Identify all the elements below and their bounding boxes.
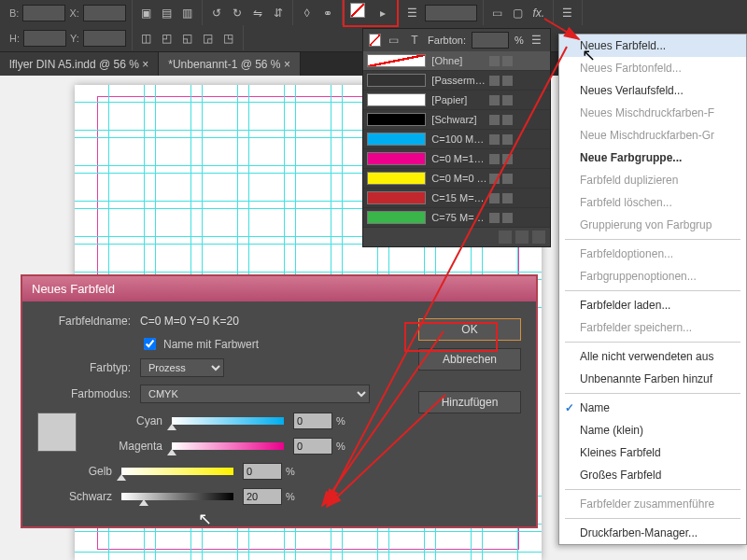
swatch-row[interactable]: [Papier] xyxy=(363,91,550,110)
swatch-color-icon xyxy=(367,74,426,87)
slider-knob[interactable] xyxy=(117,474,126,481)
menu-item[interactable]: Neue Farbgruppe... xyxy=(559,147,746,169)
swatch-name: C=75 M=5 Y=100 K=0 xyxy=(431,212,488,223)
slider-track[interactable] xyxy=(172,414,284,427)
close-icon[interactable]: × xyxy=(142,58,148,71)
menu-item[interactable]: Unbenannte Farben hinzuf xyxy=(559,368,746,390)
cant-edit-icon xyxy=(489,115,500,125)
tint-input[interactable] xyxy=(472,32,509,49)
swatch-row[interactable]: [Passermarken] xyxy=(363,71,550,91)
menu-item[interactable]: Großes Farbfeld xyxy=(559,464,746,486)
swatch-color-icon xyxy=(367,54,426,67)
menu-item[interactable]: Farbfelder laden... xyxy=(559,294,746,316)
delete-swatch-icon[interactable] xyxy=(532,231,545,244)
new-swatch-icon[interactable] xyxy=(515,231,529,244)
corner3-icon[interactable]: ◱ xyxy=(179,30,196,47)
document-tab[interactable]: lflyer DIN A5.indd @ 56 % × xyxy=(0,52,159,77)
swatch-row[interactable]: C=100 M=0 Y=0 K=0 xyxy=(363,130,550,149)
flip-v-icon[interactable]: ⇵ xyxy=(270,5,287,21)
menu-item[interactable]: Kleines Farbfeld xyxy=(559,441,746,464)
slider-track[interactable] xyxy=(121,490,233,503)
document-tab[interactable]: *Unbenannt-1 @ 56 % × xyxy=(159,52,301,77)
type-icon xyxy=(502,56,513,66)
swatch-row[interactable]: C=0 M=0 Y=100 K=0 xyxy=(363,169,550,189)
align-center-icon[interactable]: ▤ xyxy=(159,5,176,21)
swatches-flyout-menu: Neues Farbfeld...Neues Farbtonfeld...Neu… xyxy=(558,34,747,545)
ok-highlight xyxy=(404,322,498,352)
swatch-row[interactable]: C=0 M=100 Y=0 K=0 xyxy=(363,149,550,169)
type-icon xyxy=(502,154,513,164)
slider-knob[interactable] xyxy=(167,424,176,430)
slider-value-input[interactable] xyxy=(293,413,332,429)
swatch-row[interactable]: [Schwarz] xyxy=(363,110,550,130)
type-icon xyxy=(502,193,513,203)
distribute-icon[interactable]: ▥ xyxy=(179,5,196,21)
slider-value-input[interactable] xyxy=(293,438,332,455)
stroke-weight-input[interactable]: 0 Pt xyxy=(425,5,477,21)
menu-item[interactable]: Neues Farbfeld... xyxy=(559,35,746,57)
swatch-name: [Schwarz] xyxy=(431,114,488,125)
menu-icon[interactable]: ☰ xyxy=(559,5,576,21)
flip-h-icon[interactable]: ⇋ xyxy=(249,5,266,21)
fill-swatch-icon[interactable] xyxy=(369,34,381,47)
corner4-icon[interactable]: ◲ xyxy=(200,30,217,47)
panel-menu-icon[interactable]: ☰ xyxy=(529,32,544,49)
menu-item[interactable]: Alle nicht verwendeten aus xyxy=(559,345,746,368)
height-input[interactable] xyxy=(23,30,66,47)
type-icon xyxy=(502,115,513,125)
frame2-icon[interactable]: ▢ xyxy=(510,5,527,21)
type-icon xyxy=(502,174,513,184)
stroke-fill-swatch[interactable] xyxy=(350,3,371,23)
corner5-icon[interactable]: ◳ xyxy=(220,30,237,47)
type-icon xyxy=(502,76,513,86)
slider-knob[interactable] xyxy=(167,449,176,455)
menu-item[interactable]: Neues Verlaufsfeld... xyxy=(559,79,746,102)
name-with-value-checkbox[interactable] xyxy=(144,338,156,350)
menu-item[interactable]: Name (klein) xyxy=(559,419,746,441)
color-mode-select[interactable]: CMYK xyxy=(140,385,370,403)
swatch-menu-arrow-icon[interactable]: ▸ xyxy=(374,5,391,21)
color-type-select[interactable]: Prozess xyxy=(140,358,224,377)
swatch-name-label: Farbfeldname: xyxy=(37,315,140,328)
corner-icon[interactable]: ◫ xyxy=(138,30,155,47)
slider-value-input[interactable] xyxy=(243,463,282,480)
x-input[interactable] xyxy=(83,5,126,21)
y-input[interactable] xyxy=(83,30,126,47)
swatch-name: C=0 M=100 Y=0 K=0 xyxy=(431,153,488,164)
swatch-row[interactable]: C=75 M=5 Y=100 K=0 xyxy=(363,208,550,228)
menu-item: Neues Mischdruckfarben-F xyxy=(559,102,746,124)
corner2-icon[interactable]: ◰ xyxy=(159,30,176,47)
swatch-name: C=100 M=0 Y=0 K=0 xyxy=(431,133,488,145)
rotate-right-icon[interactable]: ↻ xyxy=(229,5,246,21)
swatch-name-value: C=0 M=0 Y=0 K=20 xyxy=(140,315,239,328)
menu-item[interactable]: Druckfarben-Manager... xyxy=(559,522,746,544)
menu-item[interactable]: Name xyxy=(559,397,746,419)
menu-item: Farbfeldoptionen... xyxy=(559,243,746,265)
swatch-row[interactable]: C=15 M=100 Y=100 K=0 xyxy=(363,189,550,208)
slider-track[interactable] xyxy=(121,465,233,478)
align-left-icon[interactable]: ▣ xyxy=(138,5,155,21)
type-icon xyxy=(502,95,513,105)
close-icon[interactable]: × xyxy=(284,58,290,71)
formatting-container-icon[interactable]: ▭ xyxy=(387,32,402,49)
slider-track[interactable] xyxy=(172,440,284,453)
misc-icon[interactable]: ◊ xyxy=(299,5,316,21)
text-icon[interactable]: T xyxy=(407,32,422,49)
type-icon xyxy=(502,213,513,223)
add-button[interactable]: Hinzufügen xyxy=(418,391,521,413)
width-input[interactable] xyxy=(22,5,65,21)
fx-icon[interactable]: fx. xyxy=(530,5,547,21)
menu-item: Farbfeld löschen... xyxy=(559,191,746,214)
chain-icon[interactable]: ⚭ xyxy=(319,5,336,21)
slider-value-input[interactable] xyxy=(243,488,282,505)
frame-icon[interactable]: ▭ xyxy=(489,5,506,21)
menu-item: Gruppierung von Farbgrup xyxy=(559,214,746,236)
swatch-row[interactable]: [Ohne] xyxy=(363,51,550,71)
swatch-color-icon xyxy=(367,172,426,185)
swatch-color-icon xyxy=(367,152,426,165)
tint-label: Farbton: xyxy=(428,35,466,46)
slider-knob[interactable] xyxy=(139,499,148,506)
rotate-left-icon[interactable]: ↺ xyxy=(208,5,225,21)
new-group-icon[interactable] xyxy=(499,231,512,244)
new-swatch-dialog: Neues Farbfeld Farbfeldname: C=0 M=0 Y=0… xyxy=(21,274,538,528)
